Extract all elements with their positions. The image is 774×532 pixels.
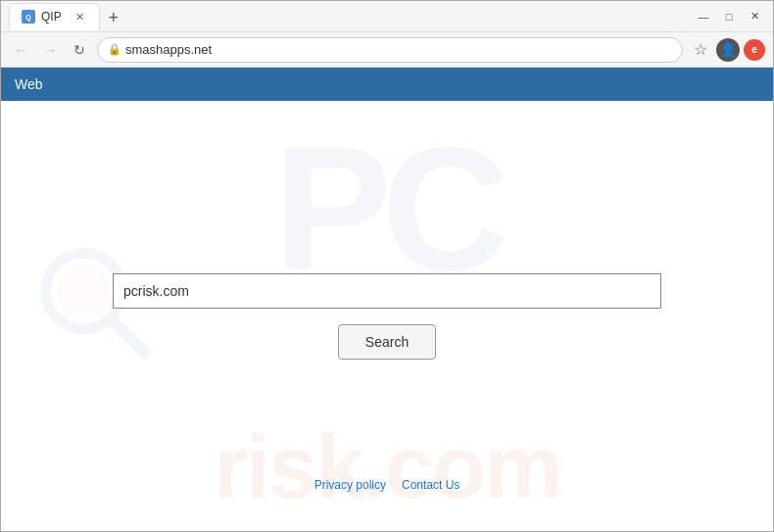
window-controls: — □ ✕ (693, 6, 765, 27)
minimize-button[interactable]: — (693, 6, 714, 27)
pc-letters: PC (274, 121, 500, 297)
close-button[interactable]: ✕ (744, 6, 765, 27)
title-bar: Q QIP ✕ + — □ ✕ (1, 1, 773, 32)
nav-strip: Web (1, 68, 773, 101)
reload-button[interactable]: ↻ (68, 38, 91, 62)
pc-watermark: PC (1, 121, 773, 297)
active-tab[interactable]: Q QIP ✕ (9, 3, 100, 30)
lock-icon: 🔒 (108, 43, 121, 56)
address-bar: ← → ↻ 🔒 smashapps.net ☆ 👤 e (1, 32, 773, 68)
search-button[interactable]: Search (338, 324, 436, 360)
tab-bar: Q QIP ✕ + (9, 3, 125, 30)
tab-close-button[interactable]: ✕ (73, 10, 87, 24)
nav-strip-label: Web (15, 76, 43, 92)
profile-icon: 👤 (720, 42, 736, 57)
forward-button[interactable]: → (38, 38, 62, 62)
bookmark-button[interactable]: ☆ (689, 38, 712, 62)
contact-us-link[interactable]: Contact Us (402, 478, 460, 492)
tab-favicon: Q (22, 10, 35, 24)
url-bar[interactable]: 🔒 smashapps.net (97, 37, 683, 63)
profile-button[interactable]: 👤 (716, 38, 740, 62)
search-input[interactable] (113, 273, 661, 309)
browser-window: Q QIP ✕ + — □ ✕ ← → ↻ 🔒 smashapps.net ☆ … (0, 0, 774, 532)
title-bar-left: Q QIP ✕ + (9, 3, 693, 30)
browser-menu-button[interactable]: e (744, 39, 765, 61)
tab-label: QIP (41, 10, 62, 24)
maximize-button[interactable]: □ (718, 6, 740, 27)
edge-icon: e (751, 44, 757, 55)
new-tab-button[interactable]: + (102, 7, 125, 30)
footer-links: Privacy policy Contact Us (1, 478, 773, 492)
main-content: PC risk.com Search Privacy policy Contac… (1, 101, 773, 531)
privacy-policy-link[interactable]: Privacy policy (314, 478, 386, 492)
url-text: smashapps.net (125, 42, 212, 57)
back-button[interactable]: ← (9, 38, 32, 62)
search-form: Search (113, 273, 661, 360)
risk-letters: risk.com (214, 423, 560, 511)
address-bar-right: ☆ 👤 e (689, 38, 765, 62)
risk-watermark: risk.com (1, 423, 773, 511)
